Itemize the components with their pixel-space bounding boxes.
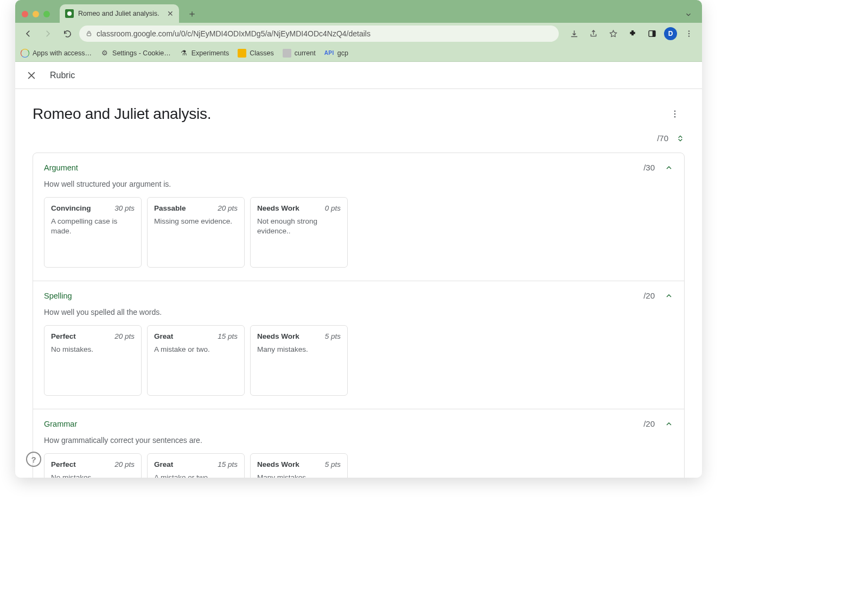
url-text: classroom.google.com/u/0/c/NjEyMDI4ODIxM… — [97, 29, 371, 38]
collapse-criterion-button[interactable] — [665, 163, 673, 172]
maximize-window-button[interactable] — [43, 11, 50, 17]
level-name: Needs Work — [257, 332, 299, 340]
collapse-criterion-button[interactable] — [665, 292, 673, 300]
criterion-description: How well structured your argument is. — [44, 180, 673, 188]
level-name: Perfect — [51, 460, 76, 468]
level-name: Convincing — [51, 204, 91, 212]
api-icon: API — [324, 50, 334, 56]
bookmark-settings[interactable]: ⚙Settings - Cookie… — [100, 49, 171, 58]
help-button[interactable]: ? — [26, 452, 41, 467]
criterion-description: How well you spelled all the words. — [44, 308, 673, 316]
svg-point-4 — [688, 33, 690, 34]
criterion-name: Spelling — [44, 292, 72, 300]
back-button[interactable] — [21, 26, 36, 41]
level-card[interactable]: Needs Work5 ptsMany mistakes. — [250, 453, 348, 478]
level-name: Needs Work — [257, 460, 299, 468]
bookmark-classes[interactable]: Classes — [238, 49, 273, 58]
levels-row: Perfect20 ptsNo mistakes.Great15 ptsA mi… — [44, 453, 673, 478]
level-description: A compelling case is made. — [51, 217, 135, 236]
tab-title: Romeo and Juliet analysis. — [78, 10, 159, 17]
close-tab-button[interactable]: ✕ — [167, 9, 174, 18]
level-card[interactable]: Passable20 ptsMissing some evidence. — [147, 197, 245, 268]
minimize-window-button[interactable] — [33, 11, 39, 17]
folder-icon — [283, 49, 291, 58]
collapse-all-button[interactable] — [676, 134, 685, 143]
collapse-criterion-button[interactable] — [665, 420, 673, 428]
criterion-name: Argument — [44, 163, 78, 172]
close-rubric-button[interactable] — [24, 68, 39, 83]
levels-row: Perfect20 ptsNo mistakes.Great15 ptsA mi… — [44, 325, 673, 396]
level-card[interactable]: Needs Work0 ptsNot enough strong evidenc… — [250, 197, 348, 268]
levels-row: Convincing30 ptsA compelling case is mad… — [44, 197, 673, 268]
flask-icon: ⚗ — [180, 49, 188, 58]
share-icon[interactable] — [586, 26, 601, 41]
level-points: 0 pts — [325, 204, 341, 212]
bookmark-label: Settings - Cookie… — [112, 49, 171, 57]
level-description: No mistakes. — [51, 473, 135, 478]
tab-menu-button[interactable] — [685, 11, 692, 18]
window-controls — [22, 11, 50, 17]
bookmarks-bar: Apps with access… ⚙Settings - Cookie… ⚗E… — [15, 45, 702, 62]
install-icon[interactable] — [566, 26, 582, 41]
profile-avatar[interactable]: D — [664, 27, 677, 40]
level-points: 5 pts — [325, 332, 341, 340]
new-tab-button[interactable]: ＋ — [184, 6, 200, 21]
bookmark-gcp[interactable]: APIgcp — [324, 49, 348, 57]
bookmark-label: Experiments — [192, 49, 229, 57]
star-icon[interactable] — [605, 26, 621, 41]
bookmark-apps-access[interactable]: Apps with access… — [21, 49, 92, 58]
level-card[interactable]: Convincing30 ptsA compelling case is mad… — [44, 197, 142, 268]
url-input[interactable]: classroom.google.com/u/0/c/NjEyMDI4ODIxM… — [79, 26, 559, 42]
rubric-topbar: Rubric — [15, 62, 702, 89]
extensions-icon[interactable] — [625, 26, 640, 41]
sidepanel-icon[interactable] — [644, 26, 660, 41]
criterion-points: /20 — [643, 419, 655, 428]
browser-tabstrip: Romeo and Juliet analysis. ✕ ＋ — [15, 0, 702, 23]
level-name: Passable — [154, 204, 186, 212]
level-name: Needs Work — [257, 204, 299, 212]
level-card[interactable]: Perfect20 ptsNo mistakes. — [44, 453, 142, 478]
level-description: A mistake or two. — [154, 473, 238, 478]
level-card[interactable]: Great15 ptsA mistake or two. — [147, 453, 245, 478]
criterion: Grammar/20How grammatically correct your… — [33, 409, 684, 478]
level-description: No mistakes. — [51, 345, 135, 354]
level-name: Great — [154, 332, 173, 340]
rubric-label: Rubric — [50, 71, 75, 80]
avatar-letter: D — [668, 30, 673, 37]
classroom-favicon-icon — [65, 9, 74, 18]
svg-point-8 — [674, 116, 676, 118]
level-points: 20 pts — [114, 332, 135, 340]
svg-point-3 — [688, 30, 690, 31]
level-points: 15 pts — [218, 332, 238, 340]
svg-point-6 — [674, 110, 676, 112]
reload-button[interactable] — [60, 26, 75, 41]
total-points: /70 — [657, 134, 668, 143]
criterion-points: /20 — [643, 291, 655, 300]
svg-rect-0 — [87, 33, 91, 36]
criterion: Argument/30How well structured your argu… — [33, 153, 684, 281]
close-window-button[interactable] — [22, 11, 28, 17]
level-card[interactable]: Needs Work5 ptsMany mistakes. — [250, 325, 348, 396]
page-title: Romeo and Juliet analysis. — [33, 105, 211, 123]
bookmark-current[interactable]: current — [283, 49, 316, 58]
level-card[interactable]: Great15 ptsA mistake or two. — [147, 325, 245, 396]
gear-icon: ⚙ — [100, 49, 109, 58]
level-description: Many mistakes. — [257, 345, 341, 354]
level-points: 5 pts — [325, 460, 341, 468]
level-card[interactable]: Perfect20 ptsNo mistakes. — [44, 325, 142, 396]
chrome-menu-button[interactable] — [681, 26, 697, 41]
bookmark-label: Classes — [250, 49, 273, 57]
forward-button[interactable] — [40, 26, 55, 41]
svg-point-5 — [688, 35, 690, 36]
level-name: Perfect — [51, 332, 76, 340]
criterion-name: Grammar — [44, 420, 77, 428]
criteria-container: Argument/30How well structured your argu… — [33, 153, 685, 478]
level-points: 20 pts — [114, 460, 135, 468]
bookmark-experiments[interactable]: ⚗Experiments — [180, 49, 229, 58]
bookmark-label: gcp — [337, 49, 348, 57]
level-description: Not enough strong evidence.. — [257, 217, 341, 236]
address-bar: classroom.google.com/u/0/c/NjEyMDI4ODIxM… — [15, 23, 702, 45]
svg-point-7 — [674, 113, 676, 115]
more-options-button[interactable] — [665, 104, 685, 124]
browser-tab[interactable]: Romeo and Juliet analysis. ✕ — [60, 4, 179, 23]
